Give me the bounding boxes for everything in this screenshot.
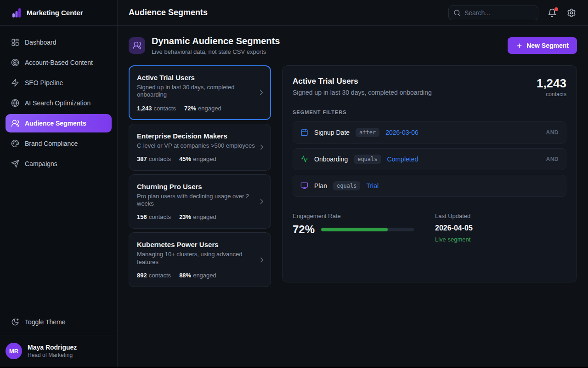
engagement-rate-block: Engagement Rate 72% — [293, 213, 424, 243]
contacts-count: 387 — [137, 155, 147, 162]
sidebar-nav: Dashboard Account-Based Content SEO Pipe… — [0, 26, 117, 309]
sidebar-item-account-based-content[interactable]: Account-Based Content — [6, 53, 112, 72]
segment-description: Managing 10+ clusters, using advanced fe… — [137, 251, 255, 266]
settings-button[interactable] — [566, 7, 577, 18]
page-header-left: Dynamic Audience Segments Live behaviora… — [129, 36, 280, 55]
engaged-percent: 23% — [179, 213, 191, 220]
sidebar-item-ai-search-optimization[interactable]: AI Search Optimization — [6, 94, 112, 112]
sidebar-item-label: Account-Based Content — [25, 59, 93, 66]
user-profile[interactable]: MR Maya Rodriguez Head of Marketing — [0, 335, 117, 367]
toggle-theme-label: Toggle Theme — [25, 318, 65, 326]
target-icon — [11, 58, 19, 67]
filter-row-signup-date[interactable]: Signup Date after 2026-03-06 AND — [293, 121, 566, 144]
engaged-label: engaged — [193, 213, 216, 220]
segment-list: Active Trial Users Signed up in last 30 … — [129, 65, 271, 287]
contacts-count: 892 — [137, 272, 147, 279]
segment-description: Signed up in last 30 days, completed onb… — [137, 84, 255, 99]
search-box[interactable] — [448, 6, 538, 20]
segment-stats: 892contacts 88%engaged — [137, 272, 255, 279]
segment-description: C-level or VP at companies >500 employee… — [137, 142, 255, 150]
segment-card-active-trial-users[interactable]: Active Trial Users Signed up in last 30 … — [129, 65, 271, 120]
section-title: Dynamic Audience Segments — [152, 36, 280, 46]
contacts-count: 1,243 — [137, 105, 152, 112]
main-area: Audience Segments — [118, 0, 588, 367]
moon-star-icon — [11, 318, 19, 326]
sidebar-item-label: Audience Segments — [25, 120, 86, 127]
filter-conjunction: AND — [546, 129, 559, 136]
top-bar: Audience Segments — [118, 0, 588, 26]
filter-value: 2026-03-06 — [385, 129, 418, 136]
segment-detail-panel: Active Trial Users Signed up in last 30 … — [282, 65, 577, 282]
palette-icon — [11, 139, 19, 148]
calendar-icon — [300, 128, 308, 136]
segment-name: Active Trial Users — [137, 74, 255, 81]
notifications-button[interactable] — [547, 7, 558, 18]
monitor-icon — [300, 182, 308, 190]
new-segment-button[interactable]: New Segment — [508, 37, 577, 54]
plus-icon — [516, 42, 523, 49]
globe-icon — [11, 99, 19, 107]
sidebar-item-label: Brand Compliance — [25, 140, 78, 147]
engaged-label: engaged — [193, 272, 216, 279]
section-subtitle: Live behavioral data, not stale CSV expo… — [152, 48, 280, 55]
engaged-label: engaged — [198, 105, 221, 112]
users-icon — [132, 41, 141, 50]
detail-segment-name: Active Trial Users — [293, 77, 432, 86]
filter-operator-badge: equals — [354, 155, 381, 164]
filter-field: Onboarding — [314, 155, 348, 163]
detail-contacts-label: contacts — [537, 91, 566, 98]
filter-value: Trial — [366, 182, 379, 190]
user-role: Head of Marketing — [28, 352, 77, 358]
segment-card-churning-pro-users[interactable]: Churning Pro Users Pro plan users with d… — [129, 174, 271, 229]
engaged-label: engaged — [193, 155, 216, 162]
gear-icon — [567, 8, 576, 17]
segment-card-kubernetes-power-users[interactable]: Kubernetes Power Users Managing 10+ clus… — [129, 232, 271, 287]
send-icon — [11, 160, 19, 168]
sidebar-item-label: SEO Pipeline — [25, 79, 63, 86]
engagement-progress-bar — [321, 228, 414, 231]
contacts-label: contacts — [149, 272, 171, 279]
page-header: Dynamic Audience Segments Live behaviora… — [129, 36, 577, 55]
segment-stats: 156contacts 23%engaged — [137, 213, 255, 220]
segment-stats: 1,243contacts 72%engaged — [137, 105, 255, 112]
top-bar-actions — [448, 6, 577, 20]
filter-operator-badge: equals — [333, 181, 360, 190]
search-icon — [453, 9, 461, 17]
segments-header-icon-box — [129, 37, 145, 54]
chevron-right-icon — [258, 256, 266, 264]
segment-card-enterprise-decision-makers[interactable]: Enterprise Decision Makers C-level or VP… — [129, 124, 271, 171]
sidebar-item-dashboard[interactable]: Dashboard — [6, 33, 112, 52]
engagement-progress-fill — [321, 228, 388, 231]
chevron-right-icon — [258, 197, 266, 206]
live-segment-status: Live segment — [435, 236, 566, 243]
sidebar-item-seo-pipeline[interactable]: SEO Pipeline — [6, 74, 112, 92]
segment-description: Pro plan users with declining usage over… — [137, 193, 255, 208]
contacts-count: 156 — [137, 213, 147, 220]
search-input[interactable] — [464, 9, 533, 17]
sidebar-item-campaigns[interactable]: Campaigns — [6, 155, 112, 173]
engagement-rate-value: 72% — [293, 223, 315, 236]
contacts-label: contacts — [149, 155, 171, 162]
segment-name: Churning Pro Users — [137, 183, 255, 190]
chevron-right-icon — [258, 143, 266, 151]
users-icon — [11, 119, 19, 127]
filter-row-onboarding[interactable]: Onboarding equals Completed AND — [293, 148, 566, 170]
last-updated-label: Last Updated — [435, 213, 566, 219]
segment-name: Kubernetes Power Users — [137, 241, 255, 248]
filter-field: Plan — [314, 182, 327, 190]
sidebar-item-brand-compliance[interactable]: Brand Compliance — [6, 134, 112, 153]
activity-icon — [300, 155, 308, 163]
sidebar-item-label: Campaigns — [25, 160, 57, 167]
filter-value: Completed — [387, 155, 418, 163]
engaged-percent: 45% — [179, 155, 191, 162]
toggle-theme-button[interactable]: Toggle Theme — [6, 313, 112, 331]
filter-row-plan[interactable]: Plan equals Trial — [293, 175, 566, 197]
last-updated-block: Last Updated 2026-04-05 Live segment — [424, 213, 566, 243]
detail-header: Active Trial Users Signed up in last 30 … — [293, 77, 566, 98]
sidebar-item-audience-segments[interactable]: Audience Segments — [6, 114, 112, 132]
app-root: Marketing Center Dashboard Account-Based… — [0, 0, 588, 367]
segment-stats: 387contacts 45%engaged — [137, 155, 255, 162]
last-updated-value: 2026-04-05 — [435, 224, 566, 232]
filter-field: Signup Date — [314, 129, 350, 136]
sidebar-footer: Toggle Theme MR Maya Rodriguez Head of M… — [0, 309, 117, 367]
